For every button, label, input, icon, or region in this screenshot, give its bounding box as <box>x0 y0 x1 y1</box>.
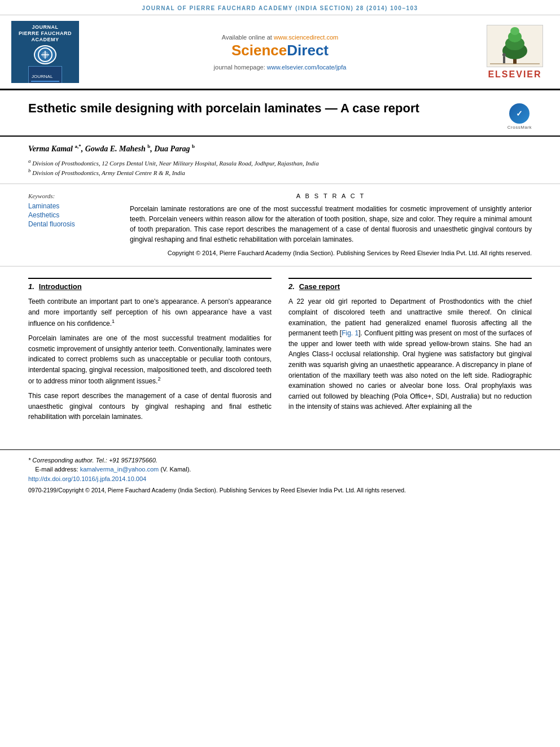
journal-logo-title: JOURNALPierre FauchardAcademy <box>19 24 72 42</box>
intro-para-3: This case report describes the managemen… <box>28 391 272 422</box>
affiliation-a: a Division of Prosthodontics, 12 Corps D… <box>28 158 532 167</box>
homepage-url[interactable]: www.elsevier.com/locate/jpfa <box>267 64 347 71</box>
footer-section: * Corresponding author. Tel.: +91 957197… <box>0 449 560 500</box>
journal-header: JOURNAL OF PIERRE FAUCHARD ACADEMY (INDI… <box>0 0 560 15</box>
available-online-text: Available online at www.sciencedirect.co… <box>90 34 470 41</box>
crossmark-badge: ✓ CrossMark <box>508 103 532 130</box>
intro-para-1: Teeth contribute an important part to on… <box>28 296 272 329</box>
introduction-column: 1. Introduction Teeth contribute an impo… <box>28 278 272 427</box>
article-title-section: Esthetic smile designing with porcelain … <box>0 90 560 137</box>
case-num: 2. <box>288 282 295 291</box>
footer-email-line: E-mail address: kamalverma_in@yahoo.com … <box>28 465 532 474</box>
footer-corresponding: * Corresponding author. Tel.: +91 957197… <box>28 456 532 465</box>
case-report-column: 2. Case report A 22 year old girl report… <box>288 278 532 427</box>
corresponding-label: * Corresponding author. <box>28 457 94 464</box>
crossmark-icon: ✓ <box>509 103 530 124</box>
homepage-text: journal homepage: www.elsevier.com/locat… <box>90 64 470 71</box>
sciencedirect-url[interactable]: www.sciencedirect.com <box>274 34 338 41</box>
svg-text:JOURNAL: JOURNAL <box>32 74 53 79</box>
footer-doi-line: http://dx.doi.org/10.1016/j.jpfa.2014.10… <box>28 474 532 484</box>
elsevier-label: ELSEVIER <box>488 69 541 80</box>
case-para-1: A 22 year old girl reported to Departmen… <box>288 296 532 412</box>
svg-point-13 <box>502 53 506 56</box>
center-info: Available online at www.sciencedirect.co… <box>79 34 481 71</box>
intro-title: Introduction <box>39 282 82 291</box>
case-title: Case report <box>299 282 340 291</box>
case-report-heading: 2. Case report <box>288 278 532 291</box>
affiliation-b: b Division of Prosthodontics, Army Denta… <box>28 168 532 176</box>
article-title: Esthetic smile designing with porcelain … <box>28 101 496 117</box>
abstract-title: A B S T R A C T <box>130 193 532 199</box>
keywords-label: Keywords: <box>28 193 119 199</box>
fig1-link[interactable]: Fig. 1 <box>342 329 358 337</box>
svg-rect-4 <box>31 81 59 82</box>
two-columns: 1. Introduction Teeth contribute an impo… <box>28 278 532 427</box>
keyword-fluorosis: Dental fluorosis <box>28 220 119 228</box>
keywords-column: Keywords: Laminates Aesthetics Dental fl… <box>28 193 119 257</box>
abstract-text: Porcelain laminate restorations are one … <box>130 204 532 244</box>
introduction-heading: 1. Introduction <box>28 278 272 291</box>
branding-row: JOURNALPierre FauchardAcademy JOURNAL Av… <box>0 15 560 90</box>
authors-section: Verma Kamal a,*, Gowda E. Mahesh b, Dua … <box>0 137 560 184</box>
sciencedirect-brand: ScienceDirect <box>90 42 470 59</box>
keyword-laminates: Laminates <box>28 202 119 210</box>
abstract-copyright: Copyright © 2014, Pierre Fauchard Academ… <box>130 249 532 257</box>
crossmark-label: CrossMark <box>508 125 532 130</box>
tel-text: Tel.: +91 9571975660. <box>95 457 157 464</box>
doi-link[interactable]: http://dx.doi.org/10.1016/j.jpfa.2014.10… <box>28 475 146 482</box>
authors-line: Verma Kamal a,*, Gowda E. Mahesh b, Dua … <box>28 143 532 154</box>
intro-num: 1. <box>28 282 34 291</box>
main-content: 1. Introduction Teeth contribute an impo… <box>0 267 560 438</box>
journal-logo-image: JOURNAL <box>28 66 62 83</box>
email-link[interactable]: kamalverma_in@yahoo.com <box>80 466 159 473</box>
email-suffix: (V. Kamal). <box>160 466 191 473</box>
intro-para-2: Porcelain laminates are one of the most … <box>28 333 272 386</box>
elsevier-logo: ELSEVIER <box>481 25 549 80</box>
abstract-content: A B S T R A C T Porcelain laminate resto… <box>130 193 532 257</box>
footer-copyright: 0970-2199/Copyright © 2014, Pierre Fauch… <box>28 486 532 495</box>
svg-rect-14 <box>503 56 505 63</box>
email-label: E-mail address: <box>35 466 78 473</box>
abstract-section: Keywords: Laminates Aesthetics Dental fl… <box>0 184 560 267</box>
journal-logo-icon <box>34 45 56 64</box>
elsevier-tree-image <box>487 25 543 67</box>
journal-header-text: JOURNAL OF PIERRE FAUCHARD ACADEMY (INDI… <box>142 5 418 11</box>
journal-logo: JOURNALPierre FauchardAcademy JOURNAL <box>11 21 79 83</box>
svg-point-12 <box>510 27 519 35</box>
keyword-aesthetics: Aesthetics <box>28 211 119 219</box>
